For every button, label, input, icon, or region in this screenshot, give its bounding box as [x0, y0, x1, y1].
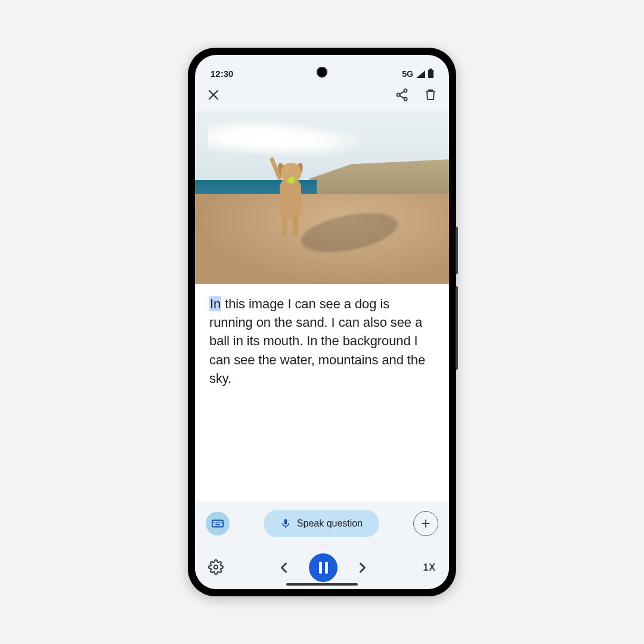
mic-icon — [280, 518, 291, 529]
screen: 12:30 5G — [195, 55, 449, 589]
gear-icon — [208, 559, 224, 575]
settings-button[interactable] — [208, 559, 224, 577]
chevron-right-icon — [354, 559, 371, 576]
power-button — [456, 286, 458, 370]
delete-button[interactable] — [423, 87, 438, 103]
close-button[interactable] — [206, 87, 221, 103]
svg-rect-13 — [284, 519, 287, 525]
next-button[interactable] — [354, 559, 371, 576]
svg-rect-10 — [218, 522, 219, 523]
pause-button[interactable] — [309, 553, 338, 582]
svg-point-2 — [404, 89, 407, 92]
previous-button[interactable] — [275, 559, 292, 576]
chevron-left-icon — [275, 559, 292, 576]
caption-highlight: In — [209, 296, 221, 311]
network-label: 5G — [402, 69, 413, 79]
keyboard-button[interactable] — [206, 512, 230, 535]
close-icon — [206, 88, 221, 102]
trash-icon — [423, 88, 438, 102]
signal-icon — [416, 70, 425, 78]
app-bar — [195, 79, 449, 111]
svg-rect-12 — [215, 524, 219, 525]
caption-text: In this image I can see a dog is running… — [195, 284, 449, 501]
svg-rect-8 — [214, 522, 215, 523]
share-icon — [395, 88, 409, 102]
svg-point-3 — [397, 94, 400, 97]
playback-speed-button[interactable]: 1X — [423, 562, 436, 573]
described-image — [195, 111, 449, 284]
volume-button — [456, 227, 458, 274]
speak-question-button[interactable]: Speak question — [264, 510, 379, 537]
svg-point-4 — [404, 98, 407, 101]
svg-line-5 — [400, 91, 404, 94]
pause-icon — [319, 562, 328, 574]
clock: 12:30 — [210, 69, 233, 79]
battery-icon — [428, 70, 434, 78]
svg-point-17 — [214, 565, 218, 569]
nav-bar-pill[interactable] — [286, 583, 358, 586]
keyboard-icon — [211, 517, 224, 530]
caption-body: this image I can see a dog is running on… — [209, 296, 425, 386]
question-input-bar: Speak question — [195, 501, 449, 546]
front-camera — [317, 67, 327, 78]
svg-rect-9 — [216, 522, 217, 523]
svg-rect-11 — [221, 522, 222, 523]
svg-line-6 — [400, 95, 404, 98]
add-button[interactable] — [413, 511, 438, 536]
speak-label: Speak question — [297, 518, 363, 529]
share-button[interactable] — [394, 87, 410, 103]
plus-icon — [419, 517, 432, 530]
svg-rect-7 — [212, 521, 223, 527]
phone-frame: 12:30 5G — [188, 48, 456, 596]
